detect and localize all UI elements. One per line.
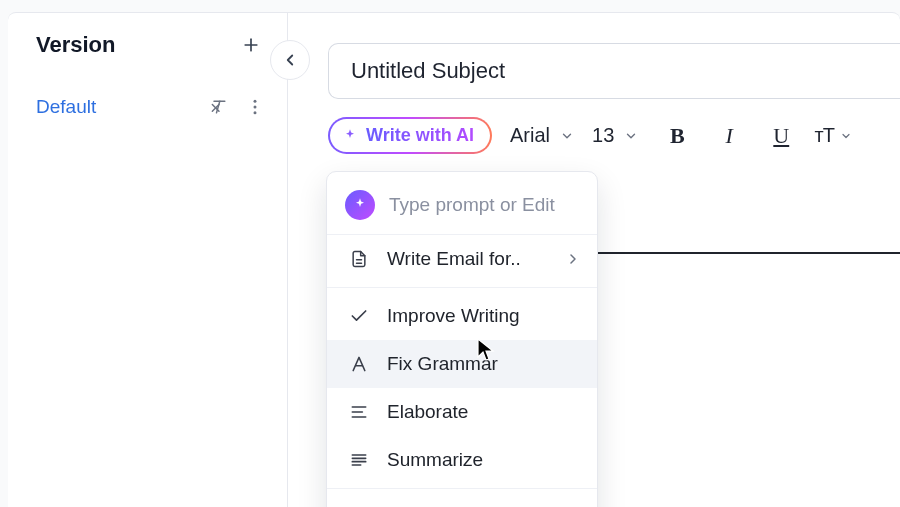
underline-button[interactable]: U	[766, 121, 796, 151]
align-left-icon	[347, 400, 371, 424]
write-with-ai-button[interactable]: Write with AI	[328, 117, 492, 154]
ai-item-improve-writing[interactable]: Improve Writing	[327, 292, 597, 340]
ai-item-label: Write Email for..	[387, 248, 549, 270]
chevron-down-icon	[560, 129, 574, 143]
add-version-button[interactable]	[237, 31, 265, 59]
ai-item-label: Fix Grammar	[387, 353, 581, 375]
font-size-value: 13	[592, 124, 614, 147]
font-family-value: Arial	[510, 124, 550, 147]
sidebar-item-label: Default	[36, 96, 197, 118]
ai-prompt-placeholder: Type prompt or Edit	[389, 194, 555, 216]
sparkle-badge-icon	[345, 190, 375, 220]
text-size-label: тT	[815, 124, 834, 147]
ai-item-write-email[interactable]: Write Email for..	[327, 235, 597, 283]
editor-pane: Untitled Subject Write with AI Arial 13	[288, 12, 900, 507]
clear-formatting-button[interactable]	[205, 93, 233, 121]
letter-a-icon	[347, 352, 371, 376]
ai-item-label: Improve Writing	[387, 305, 581, 327]
ai-item-fix-grammar[interactable]: Fix Grammar	[327, 340, 597, 388]
bold-button[interactable]: B	[662, 121, 692, 151]
text-size-button[interactable]: тT	[818, 121, 848, 151]
collapse-sidebar-button[interactable]	[270, 40, 310, 80]
write-with-ai-label: Write with AI	[366, 125, 474, 146]
ai-prompt-input[interactable]: Type prompt or Edit	[327, 178, 597, 235]
document-icon	[347, 247, 371, 271]
svg-point-4	[254, 111, 257, 114]
font-family-select[interactable]: Arial	[510, 124, 574, 147]
ai-item-translate[interactable]: Aa Translate	[327, 493, 597, 507]
svg-point-3	[254, 106, 257, 109]
ai-item-label: Summarize	[387, 449, 581, 471]
italic-button[interactable]: I	[714, 121, 744, 151]
ai-menu: Type prompt or Edit Write Email for.. Im…	[326, 171, 598, 507]
chevron-down-icon	[840, 129, 852, 143]
clear-formatting-icon	[209, 97, 229, 117]
more-vertical-icon	[245, 97, 265, 117]
editor-toolbar: Write with AI Arial 13 B I U тT	[328, 117, 900, 154]
ai-item-elaborate[interactable]: Elaborate	[327, 388, 597, 436]
svg-point-2	[254, 100, 257, 103]
font-size-select[interactable]: 13	[592, 124, 638, 147]
subject-value: Untitled Subject	[351, 58, 505, 84]
sidebar-item-default[interactable]: Default	[8, 69, 287, 131]
check-icon	[347, 304, 371, 328]
versions-sidebar: Version Default	[8, 12, 288, 507]
ai-item-label: Elaborate	[387, 401, 581, 423]
plus-icon	[241, 35, 261, 55]
sparkle-icon	[342, 128, 358, 144]
chevron-right-icon	[565, 251, 581, 267]
sidebar-title: Version	[36, 32, 115, 58]
chevron-down-icon	[624, 129, 638, 143]
list-icon	[347, 448, 371, 472]
more-options-button[interactable]	[241, 93, 269, 121]
subject-input[interactable]: Untitled Subject	[328, 43, 900, 99]
ai-item-summarize[interactable]: Summarize	[327, 436, 597, 484]
chevron-left-icon	[281, 51, 299, 69]
